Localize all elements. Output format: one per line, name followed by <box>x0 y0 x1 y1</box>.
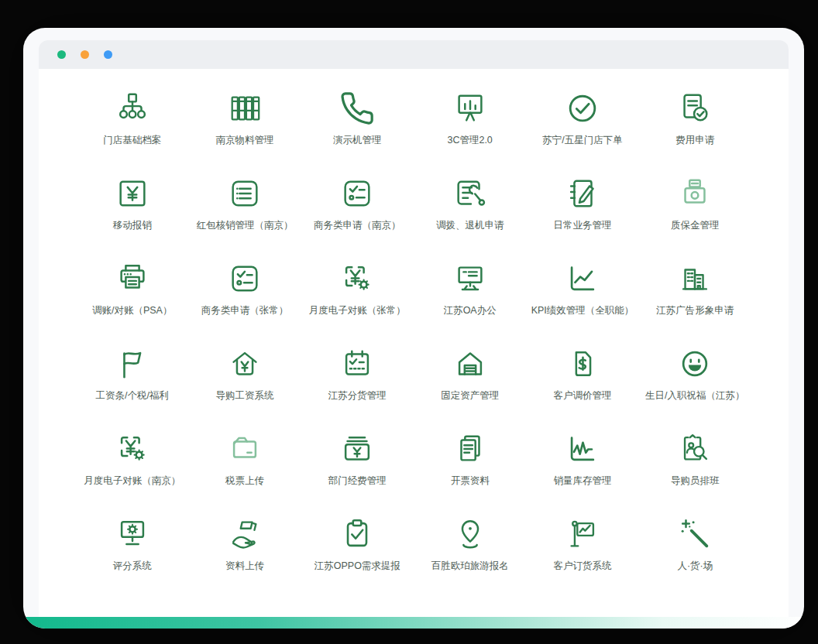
clipboard-search-icon <box>677 431 713 467</box>
smiley-icon <box>677 346 713 382</box>
app-item[interactable]: 月度电子对账（张常） <box>301 252 414 337</box>
app-item[interactable]: 工资条/个税/福利 <box>76 337 188 422</box>
app-item[interactable]: 税票上传 <box>188 422 301 507</box>
app-item[interactable]: 江苏OA办公 <box>414 252 526 337</box>
house-yen-icon <box>227 346 263 382</box>
app-label: 客户订货系统 <box>553 560 611 572</box>
app-label: 生日/入职祝福（江苏） <box>645 390 744 402</box>
app-item[interactable]: 演示机管理 <box>301 81 414 166</box>
list-square-icon <box>227 176 263 211</box>
app-item[interactable]: 生日/入职祝福（江苏） <box>639 337 751 422</box>
app-item[interactable]: 导购员排班 <box>639 422 751 507</box>
app-item[interactable]: 江苏广告形象申请 <box>639 252 751 337</box>
monitor-text-icon <box>452 261 488 296</box>
app-item[interactable]: 商务类申请（张常） <box>188 252 301 337</box>
cash-register-icon <box>677 176 713 211</box>
app-item[interactable]: 3C管理2.0 <box>414 81 526 166</box>
app-item[interactable]: 客户调价管理 <box>526 337 638 422</box>
line-chart-icon <box>565 261 600 296</box>
app-item[interactable]: 销量库存管理 <box>526 422 638 507</box>
app-item[interactable]: 评分系统 <box>76 507 188 592</box>
app-label: 商务类申请（张常） <box>201 305 289 317</box>
app-item[interactable]: 苏宁/五星门店下单 <box>526 81 638 166</box>
app-label: 费用申请 <box>675 135 714 146</box>
app-item[interactable]: 移动报销 <box>76 166 188 252</box>
app-label: 江苏OPPO需求提报 <box>314 560 400 572</box>
app-label: 3C管理2.0 <box>447 135 492 146</box>
window-titlebar <box>39 40 789 69</box>
app-label: 资料上传 <box>225 560 264 572</box>
app-label: 部门经费管理 <box>328 475 387 487</box>
app-item[interactable]: 导购工资系统 <box>188 337 301 422</box>
calendar-check-icon <box>339 346 375 382</box>
app-label: 质保金管理 <box>671 220 720 231</box>
app-item[interactable]: 商务类申请（南京） <box>301 166 414 252</box>
doc-check-icon <box>677 91 713 126</box>
wallet-yen-icon <box>339 431 375 467</box>
phone-icon <box>339 91 375 126</box>
app-window: 门店基础档案南京物料管理演示机管理3C管理2.0苏宁/五星门店下单费用申请移动报… <box>23 28 804 629</box>
app-item[interactable]: 调拨、退机申请 <box>414 166 526 252</box>
app-label: 调账/对账（PSA） <box>92 305 173 317</box>
app-item[interactable]: 调账/对账（PSA） <box>76 252 188 337</box>
traffic-light-blue[interactable] <box>104 50 112 59</box>
app-item[interactable]: 人·货·场 <box>639 507 751 592</box>
doc-wrench-icon <box>452 176 488 211</box>
app-label: 江苏分货管理 <box>328 390 387 402</box>
app-label: 销量库存管理 <box>553 475 611 487</box>
app-label: 税票上传 <box>225 475 264 487</box>
traffic-light-orange[interactable] <box>81 50 89 59</box>
app-label: 工资条/个税/福利 <box>95 390 168 402</box>
notebook-pencil-icon <box>565 176 600 211</box>
signboard-chart-icon <box>565 516 600 552</box>
printer-icon <box>115 261 150 296</box>
app-item[interactable]: 资料上传 <box>188 507 301 592</box>
app-item[interactable]: 江苏分货管理 <box>301 337 414 422</box>
app-item[interactable]: 门店基础档案 <box>76 81 188 166</box>
app-label: 月度电子对账（张常） <box>309 305 406 317</box>
yen-gear-icon <box>339 261 375 296</box>
app-label: 门店基础档案 <box>103 135 161 146</box>
folder-upload-icon <box>227 431 263 467</box>
app-label: 固定资产管理 <box>441 390 499 402</box>
check-circle-icon <box>565 91 600 126</box>
monitor-gear-icon <box>115 516 150 552</box>
app-item[interactable]: 质保金管理 <box>639 166 751 252</box>
app-label: 江苏OA办公 <box>444 305 497 317</box>
clipboard-check-icon <box>339 516 375 552</box>
app-label: 南京物料管理 <box>215 135 273 146</box>
yen-gear-icon <box>115 431 150 467</box>
magic-wand-icon <box>677 516 713 552</box>
presentation-chart-icon <box>452 91 488 126</box>
app-label: 日常业务管理 <box>553 220 611 231</box>
app-label: 导购员排班 <box>671 475 720 487</box>
app-item[interactable]: 百胜欧珀旅游报名 <box>414 507 526 592</box>
app-item[interactable]: 部门经费管理 <box>301 422 414 507</box>
yen-square-icon <box>115 176 150 211</box>
traffic-light-green[interactable] <box>57 50 66 59</box>
app-item[interactable]: 固定资产管理 <box>414 337 526 422</box>
app-item[interactable]: 客户订货系统 <box>526 507 638 592</box>
app-label: 苏宁/五星门店下单 <box>542 135 622 146</box>
app-item[interactable]: KPI绩效管理（全职能） <box>526 252 638 337</box>
app-item[interactable]: 日常业务管理 <box>526 166 638 252</box>
app-label: 百胜欧珀旅游报名 <box>431 560 509 572</box>
app-label: KPI绩效管理（全职能） <box>531 305 634 317</box>
warehouse-icon <box>452 346 488 382</box>
app-label: 演示机管理 <box>333 135 382 146</box>
app-label: 商务类申请（南京） <box>314 220 401 231</box>
app-item[interactable]: 月度电子对账（南京） <box>76 422 188 507</box>
app-item[interactable]: 开票资料 <box>414 422 526 507</box>
app-label: 开票资料 <box>451 475 490 487</box>
app-label: 导购工资系统 <box>215 390 273 402</box>
tag-dollar-icon <box>565 346 600 382</box>
app-label: 月度电子对账（南京） <box>84 475 180 487</box>
app-item[interactable]: 南京物料管理 <box>188 81 301 166</box>
app-label: 人·货·场 <box>677 560 713 572</box>
app-item[interactable]: 江苏OPPO需求提报 <box>301 507 414 592</box>
app-grid: 门店基础档案南京物料管理演示机管理3C管理2.0苏宁/五星门店下单费用申请移动报… <box>39 69 789 622</box>
app-label: 客户调价管理 <box>553 390 611 402</box>
app-item[interactable]: 费用申请 <box>639 81 751 166</box>
app-item[interactable]: 红包核销管理（南京） <box>188 166 301 252</box>
app-label: 调拨、退机申请 <box>436 220 504 231</box>
